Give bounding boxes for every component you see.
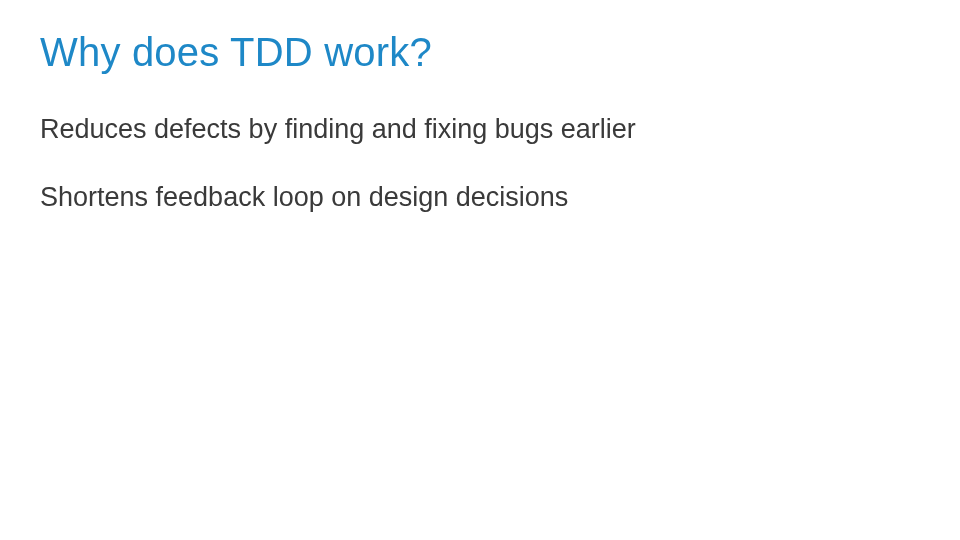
slide-container: Why does TDD work? Reduces defects by fi…	[0, 0, 960, 540]
slide-point-1: Reduces defects by finding and fixing bu…	[40, 111, 920, 147]
slide-title: Why does TDD work?	[40, 30, 920, 75]
slide-point-2: Shortens feedback loop on design decisio…	[40, 179, 920, 215]
